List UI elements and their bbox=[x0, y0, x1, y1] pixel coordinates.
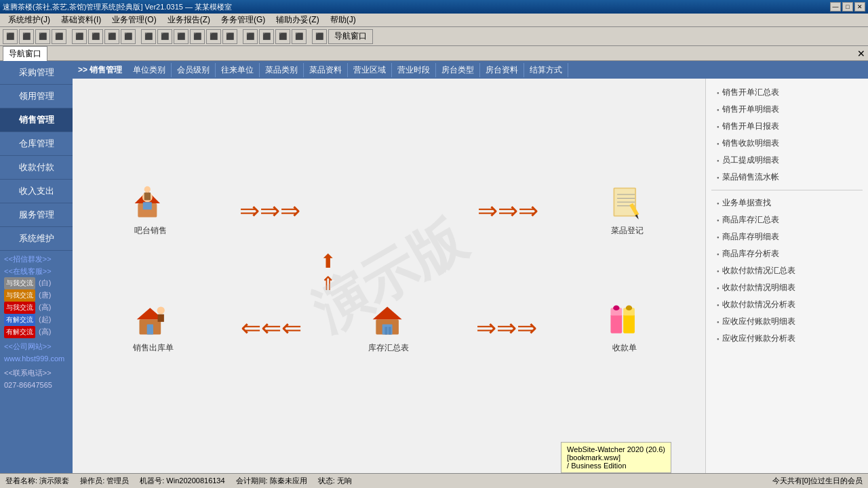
status-machine: 机器号: Win20200816134 bbox=[140, 476, 224, 486]
svg-rect-25 bbox=[623, 314, 635, 333]
right-panel-item-inventory-summary[interactable]: 商品库存汇总表 bbox=[706, 211, 868, 228]
right-panel-item-payment-summary[interactable]: 收款付款情况汇总表 bbox=[706, 262, 868, 279]
menu-business[interactable]: 业务管理(O) bbox=[106, 13, 161, 27]
icon-payment-order[interactable]: 收款单 bbox=[597, 302, 652, 354]
sidebar-item-payment[interactable]: 收款付款 bbox=[0, 156, 73, 180]
website-url[interactable]: www.hbst999.com bbox=[4, 353, 68, 365]
contact-phone-label: <<联系电话>> bbox=[4, 367, 68, 380]
qq-contact-3[interactable]: 与我交流 (高) bbox=[4, 302, 68, 314]
nav-window-button[interactable]: 导航窗口 bbox=[328, 29, 373, 44]
sidebar-item-income[interactable]: 收入支出 bbox=[0, 180, 73, 203]
sub-nav-prefix: >> 销售管理 bbox=[78, 64, 122, 76]
maximize-btn[interactable]: □ bbox=[842, 2, 853, 12]
sub-nav-member-level[interactable]: 会员级别 bbox=[172, 63, 216, 77]
online-customer-label[interactable]: <<在线客服>> bbox=[4, 266, 68, 278]
toolbar-btn-5[interactable]: ⬛ bbox=[72, 29, 87, 44]
icon-bartop-sale[interactable]: 吧台销售 bbox=[123, 184, 178, 237]
sidebar-item-sales[interactable]: 销售管理 bbox=[0, 108, 73, 132]
qq-contact-1[interactable]: 与我交流 (白) bbox=[4, 277, 68, 289]
toolbar-btn-3[interactable]: ⬛ bbox=[35, 29, 50, 44]
menu-basic[interactable]: 基础资料(I) bbox=[56, 13, 106, 27]
nav-window-tab[interactable]: 导航窗口 bbox=[3, 46, 47, 61]
sidebar-item-service[interactable]: 服务管理 bbox=[0, 203, 73, 227]
popup-line1: WebSite-Watcher 2020 (20.6) bbox=[567, 445, 665, 453]
menu-bar: 系统维护(J) 基础资料(I) 业务管理(O) 业务报告(Z) 务务管理(G) … bbox=[0, 14, 868, 27]
qq-level-1: (白) bbox=[39, 279, 51, 287]
inventory-summary-label: 库存汇总表 bbox=[368, 342, 409, 354]
toolbar-btn-1[interactable]: ⬛ bbox=[3, 29, 18, 44]
toolbar-btn-7[interactable]: ⬛ bbox=[104, 29, 119, 44]
svg-point-28 bbox=[613, 306, 619, 310]
sub-nav-business-area[interactable]: 营业区域 bbox=[348, 63, 392, 77]
sub-nav-business-period[interactable]: 营业时段 bbox=[392, 63, 436, 77]
sub-nav-room-type[interactable]: 房台类型 bbox=[436, 63, 480, 77]
menu-aux[interactable]: 辅助办妥(Z) bbox=[271, 13, 324, 27]
right-panel-item-dish-sales-flow[interactable]: 菜品销售流水帐 bbox=[706, 169, 868, 186]
menu-help[interactable]: 帮助(J) bbox=[325, 13, 361, 27]
svg-point-17 bbox=[157, 306, 165, 314]
right-panel-item-payment-detail[interactable]: 收款付款情况明细表 bbox=[706, 279, 868, 296]
toolbar-btn-17[interactable]: ⬛ bbox=[275, 29, 290, 44]
toolbar-btn-13[interactable]: ⬛ bbox=[206, 29, 221, 44]
popup-line3: / Business Edition bbox=[567, 462, 665, 470]
right-panel-item-sale-summary[interactable]: 销售开单汇总表 bbox=[706, 84, 868, 101]
toolbar-btn-11[interactable]: ⬛ bbox=[174, 29, 189, 44]
qq-contact-2[interactable]: 与我交流 (唐) bbox=[4, 289, 68, 302]
sidebar-item-system[interactable]: 系统维护 bbox=[0, 227, 73, 251]
right-panel-item-business-search[interactable]: 业务单据查找 bbox=[706, 195, 868, 211]
qq-badge-3: 与我交流 bbox=[4, 302, 35, 314]
icon-inventory-summary[interactable]: 库存汇总表 bbox=[361, 302, 416, 354]
qq-level-2: (唐) bbox=[39, 291, 51, 299]
toolbar-btn-14[interactable]: ⬛ bbox=[222, 29, 237, 44]
right-panel-item-inventory-analysis[interactable]: 商品库存分析表 bbox=[706, 245, 868, 262]
qq-group-label[interactable]: <<招信群发>> bbox=[4, 253, 68, 266]
sub-nav-dish-category[interactable]: 菜品类别 bbox=[260, 63, 304, 77]
toolbar-btn-9[interactable]: ⬛ bbox=[141, 29, 156, 44]
sub-nav-settlement[interactable]: 结算方式 bbox=[524, 63, 568, 77]
toolbar-btn-16[interactable]: ⬛ bbox=[259, 29, 274, 44]
toolbar-btn-19[interactable]: ⬛ bbox=[312, 29, 327, 44]
menu-service[interactable]: 务务管理(G) bbox=[216, 13, 271, 27]
right-panel-item-inventory-detail[interactable]: 商品库存明细表 bbox=[706, 228, 868, 245]
minimize-btn[interactable]: — bbox=[830, 2, 841, 12]
right-panel-item-receivable-analysis[interactable]: 应收应付账款分析表 bbox=[706, 330, 868, 347]
toolbar-btn-18[interactable]: ⬛ bbox=[292, 29, 307, 44]
svg-rect-3 bbox=[143, 202, 152, 209]
icon-dish-register[interactable]: 菜品登记 bbox=[600, 184, 654, 237]
right-panel-item-sale-daily[interactable]: 销售开单日报表 bbox=[706, 118, 868, 135]
menu-report[interactable]: 业务报告(Z) bbox=[162, 13, 216, 27]
right-panel-item-receivable-detail[interactable]: 应收应付账款明细表 bbox=[706, 313, 868, 330]
sale-outbound-label: 销售出库单 bbox=[133, 342, 174, 354]
toolbar-btn-15[interactable]: ⬛ bbox=[243, 29, 258, 44]
nav-close-icon[interactable]: ✕ bbox=[857, 48, 865, 59]
toolbar-btn-6[interactable]: ⬛ bbox=[88, 29, 103, 44]
sidebar-item-purchase[interactable]: 采购管理 bbox=[0, 61, 73, 85]
menu-system[interactable]: 系统维护(J) bbox=[3, 13, 56, 27]
icons-row-3: 销售出库单 ⇐⇐⇐ 库存汇总表 bbox=[100, 302, 678, 354]
toolbar-btn-4[interactable]: ⬛ bbox=[52, 29, 66, 44]
qq-contact-4[interactable]: 有解交流 (起) bbox=[4, 314, 68, 326]
toolbar-btn-12[interactable]: ⬛ bbox=[190, 29, 205, 44]
icon-sale-outbound[interactable]: 销售出库单 bbox=[126, 302, 180, 354]
sub-nav-unit-type[interactable]: 单位类别 bbox=[127, 63, 172, 77]
sub-nav-dish-info[interactable]: 菜品资料 bbox=[304, 63, 348, 77]
icons-row-1: 吧台销售 ⇒⇒⇒ ⇒⇒⇒ bbox=[100, 184, 678, 237]
sub-nav-room-info[interactable]: 房台资料 bbox=[480, 63, 524, 77]
svg-point-29 bbox=[626, 306, 632, 310]
sub-nav-contacts[interactable]: 往来单位 bbox=[216, 63, 260, 77]
right-panel-item-sale-payment[interactable]: 销售收款明细表 bbox=[706, 135, 868, 152]
svg-rect-23 bbox=[389, 327, 391, 334]
close-btn[interactable]: ✕ bbox=[854, 2, 865, 12]
sidebar-item-requisition[interactable]: 领用管理 bbox=[0, 85, 73, 108]
toolbar-btn-8[interactable]: ⬛ bbox=[121, 29, 136, 44]
toolbar-btn-2[interactable]: ⬛ bbox=[19, 29, 34, 44]
phone-number: 027-86647565 bbox=[4, 380, 68, 392]
qq-level-3: (高) bbox=[39, 303, 51, 311]
company-website-label[interactable]: <<公司网站>> bbox=[4, 341, 68, 353]
right-panel-item-employee-commission[interactable]: 员工提成明细表 bbox=[706, 152, 868, 169]
right-panel-item-payment-analysis[interactable]: 收款付款情况分析表 bbox=[706, 296, 868, 313]
right-panel-item-sale-detail[interactable]: 销售开单明细表 bbox=[706, 101, 868, 118]
qq-contact-5[interactable]: 有解交流 (高) bbox=[4, 326, 68, 338]
toolbar-btn-10[interactable]: ⬛ bbox=[157, 29, 172, 44]
sidebar-item-warehouse[interactable]: 仓库管理 bbox=[0, 132, 73, 156]
